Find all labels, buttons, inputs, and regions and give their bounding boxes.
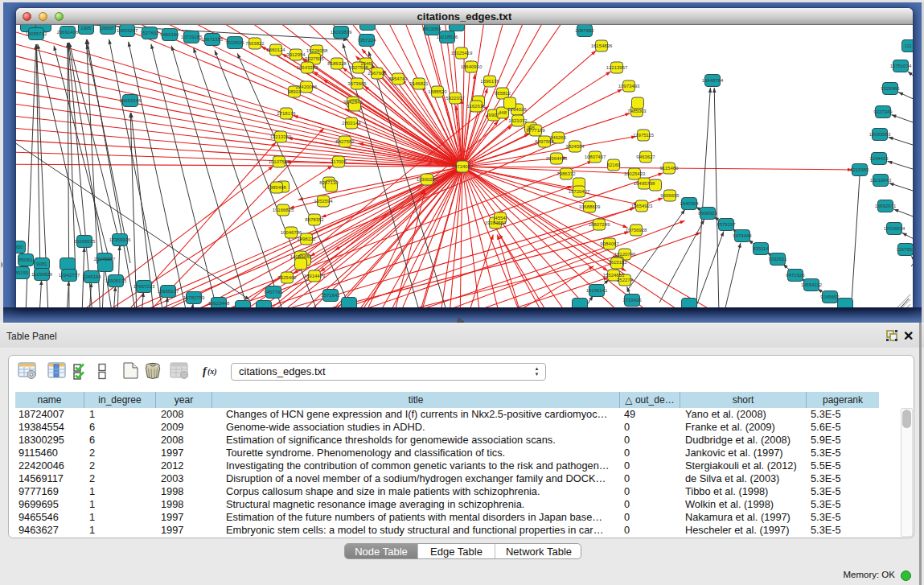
svg-text:6579197: 6579197 <box>717 222 736 227</box>
svg-text:17359936: 17359936 <box>109 237 131 242</box>
svg-text:23975887: 23975887 <box>94 257 116 262</box>
svg-text:18807249: 18807249 <box>589 222 610 227</box>
svg-text:16033809: 16033809 <box>331 30 352 35</box>
svg-text:1245194: 1245194 <box>82 274 101 279</box>
svg-text:9777169: 9777169 <box>526 128 545 133</box>
svg-text:20206535: 20206535 <box>74 239 96 244</box>
svg-text:15226058: 15226058 <box>306 48 328 53</box>
svg-text:18300295: 18300295 <box>417 177 438 182</box>
svg-text:18640910: 18640910 <box>461 64 483 69</box>
svg-text:1244413: 1244413 <box>869 156 889 161</box>
svg-text:(x): (x) <box>207 367 217 377</box>
svg-text:1527602: 1527602 <box>140 31 159 35</box>
svg-text:1588520: 1588520 <box>428 89 447 94</box>
svg-text:20364436: 20364436 <box>546 156 568 161</box>
svg-text:8267130: 8267130 <box>319 180 339 185</box>
svg-text:4554: 4554 <box>495 216 506 220</box>
svg-text:8186328: 8186328 <box>327 61 347 66</box>
svg-text:8813054: 8813054 <box>422 27 441 31</box>
svg-text:9329966: 9329966 <box>881 86 900 91</box>
svg-text:3824554: 3824554 <box>565 144 585 149</box>
svg-text:7663822: 7663822 <box>245 41 265 46</box>
svg-text:10654112: 10654112 <box>801 282 823 287</box>
svg-text:7032621: 7032621 <box>768 257 787 262</box>
svg-text:9474444: 9474444 <box>733 233 752 238</box>
svg-text:9327508: 9327508 <box>349 65 368 70</box>
svg-text:10107553: 10107553 <box>269 159 290 164</box>
svg-text:9084067: 9084067 <box>600 241 619 246</box>
svg-text:10046786: 10046786 <box>281 230 302 235</box>
svg-text:6794028: 6794028 <box>507 107 527 112</box>
svg-text:8678352: 8678352 <box>305 217 324 222</box>
svg-text:2967608: 2967608 <box>368 71 387 76</box>
svg-text:16210643: 16210643 <box>870 178 892 183</box>
svg-text:20053346: 20053346 <box>120 98 142 103</box>
svg-text:12975115: 12975115 <box>633 133 655 138</box>
svg-text:12923448: 12923448 <box>208 301 230 306</box>
svg-text:19055712: 19055712 <box>26 31 47 36</box>
svg-text:17016504: 17016504 <box>884 226 906 231</box>
svg-text:10653267: 10653267 <box>117 28 138 33</box>
svg-text:7515526: 7515526 <box>225 40 244 45</box>
svg-text:10688609: 10688609 <box>579 204 601 209</box>
svg-text:12905135: 12905135 <box>105 278 127 283</box>
svg-text:98901: 98901 <box>288 89 302 94</box>
svg-text:8938923: 8938923 <box>698 211 717 216</box>
svg-text:8427552: 8427552 <box>335 139 355 144</box>
svg-text:8660124: 8660124 <box>266 47 285 52</box>
svg-text:2718176: 2718176 <box>277 111 296 116</box>
svg-text:62160: 62160 <box>607 163 621 167</box>
svg-text:317006: 317006 <box>331 159 347 164</box>
svg-text:7357224: 7357224 <box>357 38 376 43</box>
svg-text:1571642: 1571642 <box>321 293 340 298</box>
svg-text:2087682: 2087682 <box>575 28 594 33</box>
svg-text:9699695: 9699695 <box>660 193 680 198</box>
svg-text:9146821: 9146821 <box>409 81 429 86</box>
svg-text:6466160: 6466160 <box>160 32 179 37</box>
svg-text:14099489: 14099489 <box>290 254 312 259</box>
svg-text:955812: 955812 <box>495 91 511 96</box>
svg-text:16648784: 16648784 <box>702 78 724 83</box>
svg-text:10719185: 10719185 <box>181 35 203 39</box>
svg-text:12093583: 12093583 <box>869 132 891 137</box>
svg-text:9463627: 9463627 <box>636 154 655 159</box>
svg-text:16495798: 16495798 <box>634 181 655 186</box>
svg-text:1696176: 1696176 <box>480 79 499 84</box>
svg-text:10025433: 10025433 <box>624 171 646 176</box>
svg-text:19384554: 19384554 <box>485 220 507 225</box>
svg-text:16671355: 16671355 <box>202 37 224 42</box>
svg-text:3673685: 3673685 <box>347 81 367 86</box>
svg-text:1167553: 1167553 <box>897 247 913 252</box>
svg-text:3912954: 3912954 <box>286 52 306 57</box>
svg-text:10973493: 10973493 <box>618 84 640 89</box>
svg-text:8350: 8350 <box>16 245 23 249</box>
svg-text:16782759: 16782759 <box>183 295 205 300</box>
svg-text:9245652: 9245652 <box>820 295 840 299</box>
svg-text:9457791: 9457791 <box>264 290 283 295</box>
svg-text:1621072: 1621072 <box>508 118 528 123</box>
svg-text:16154836: 16154836 <box>591 43 613 48</box>
svg-text:16914479: 16914479 <box>304 274 326 278</box>
svg-text:6497568: 6497568 <box>535 139 554 144</box>
svg-text:8471626: 8471626 <box>786 273 805 278</box>
svg-text:12942757: 12942757 <box>59 273 80 278</box>
svg-text:1640954: 1640954 <box>680 201 699 206</box>
svg-text:9081: 9081 <box>36 262 47 266</box>
svg-text:15751074: 15751074 <box>890 64 912 68</box>
svg-text:16543382: 16543382 <box>297 65 318 70</box>
svg-text:11156829: 11156829 <box>31 272 52 277</box>
svg-text:19166825: 19166825 <box>273 208 294 212</box>
svg-text:7485003: 7485003 <box>627 109 647 113</box>
svg-text:252274: 252274 <box>617 278 634 282</box>
svg-text:2803144: 2803144 <box>342 121 361 126</box>
svg-text:17957223: 17957223 <box>133 284 155 289</box>
svg-text:89159: 89159 <box>16 270 29 275</box>
svg-text:15692971: 15692971 <box>875 204 897 208</box>
svg-text:85061: 85061 <box>19 257 33 262</box>
svg-text:15325419: 15325419 <box>451 51 473 56</box>
svg-text:835114: 835114 <box>753 246 769 251</box>
svg-text:12213967: 12213967 <box>606 65 628 70</box>
svg-text:448: 448 <box>499 110 507 115</box>
svg-text:1905: 1905 <box>80 26 92 31</box>
svg-text:12213369: 12213369 <box>270 134 292 139</box>
